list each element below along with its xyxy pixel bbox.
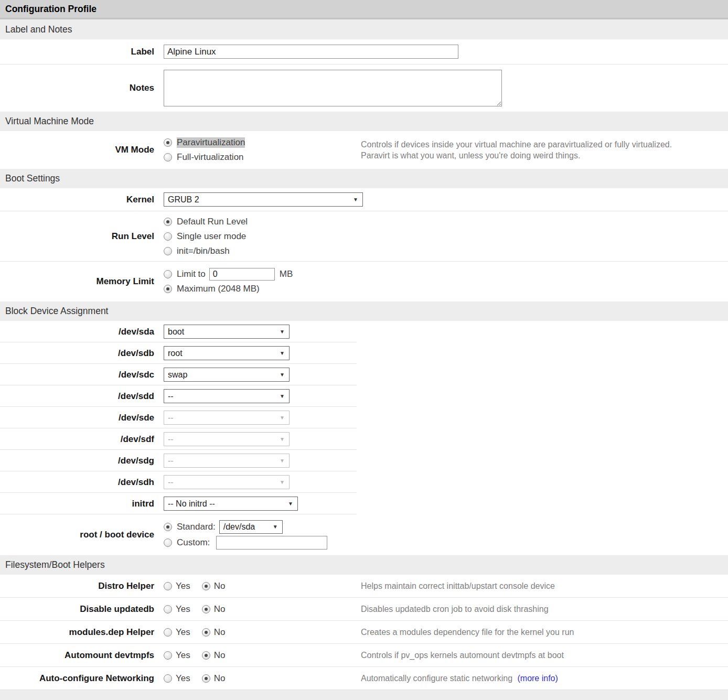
initrd-row: initrd -- No initrd -- ▼ [0,493,728,514]
device-sda-select[interactable]: boot ▼ [164,325,290,339]
memory-limit-input[interactable] [209,268,275,281]
paravirtualization-radio-label[interactable]: Paravirtualization [177,137,245,148]
memory-limit-options: Limit to MB Maximum (2048 MB) [158,267,728,296]
device-sde-label: /dev/sde [0,413,158,423]
full-virtualization-radio[interactable] [164,153,172,161]
device-sdd-select[interactable]: -- ▼ [164,389,290,403]
initrd-select[interactable]: -- No initrd -- ▼ [164,497,298,511]
init-bin-bash-radio-label[interactable]: init=/bin/bash [177,246,230,256]
dropdown-arrow-icon: ▼ [280,480,285,485]
disable-updatedb-options: Yes No [158,604,361,615]
auto-configure-networking-no-radio[interactable] [202,674,210,683]
device-sda-label: /dev/sda [0,327,158,337]
distro-helper-no-radio[interactable] [202,582,210,590]
root-boot-device-label: root / boot device [0,530,158,540]
section-filesystem-boot-helpers: Filesystem/Boot Helpers [0,555,728,575]
limit-to-radio[interactable] [164,270,172,278]
run-level-options: Default Run Level Single user mode init=… [158,214,728,259]
standard-device-radio-label[interactable]: Standard: [177,522,216,532]
distro-helper-help: Helps maintain correct inittab/upstart c… [361,580,728,591]
more-info-link[interactable]: (more info) [517,674,558,683]
device-sdg-select: -- ▼ [164,454,290,468]
distro-helper-no-label[interactable]: No [214,581,226,591]
run-level-option-default[interactable]: Default Run Level [164,214,728,229]
modules-dep-no-radio[interactable] [202,628,210,637]
auto-configure-networking-yes-radio[interactable] [164,674,172,683]
auto-configure-networking-yes-label[interactable]: Yes [176,673,190,684]
root-boot-custom-option[interactable]: Custom: [164,535,728,551]
init-bin-bash-radio[interactable] [164,247,172,255]
disable-updatedb-no-label[interactable]: No [214,604,226,615]
device-row-sdf: /dev/sdf -- ▼ [0,428,728,450]
run-level-option-init-bash[interactable]: init=/bin/bash [164,244,728,259]
device-sde-select: -- ▼ [164,411,290,425]
disable-updatedb-no-radio[interactable] [202,605,210,613]
paravirtualization-radio[interactable] [164,138,172,147]
device-row-sda: /dev/sda boot ▼ [0,321,728,342]
device-sdg-select-value: -- [168,456,174,466]
dropdown-arrow-icon: ▼ [280,437,285,442]
automount-devtmpfs-yes-label[interactable]: Yes [176,650,190,661]
standard-device-radio[interactable] [164,523,172,531]
modules-dep-options: Yes No [158,627,361,638]
device-sdd-cell: -- ▼ [158,389,728,403]
notes-field-cell [158,70,728,106]
custom-device-input[interactable] [216,536,327,550]
automount-devtmpfs-no-radio[interactable] [202,651,210,660]
single-user-mode-radio-label[interactable]: Single user mode [177,231,246,242]
device-sdd-label: /dev/sdd [0,391,158,402]
automount-devtmpfs-no-label[interactable]: No [214,650,226,661]
device-sdc-label: /dev/sdc [0,370,158,380]
root-boot-standard-option[interactable]: Standard: /dev/sda ▼ [164,519,728,535]
custom-device-radio[interactable] [164,539,172,547]
distro-helper-yes-label[interactable]: Yes [176,581,190,591]
auto-configure-networking-options: Yes No [158,673,361,684]
section-block-device-assignment: Block Device Assignment [0,301,728,321]
section-boot-settings-text: Boot Settings [5,173,60,184]
disable-updatedb-yes-label[interactable]: Yes [176,604,190,615]
initrd-label: initrd [0,499,158,509]
auto-configure-networking-label: Auto-configure Networking [0,673,158,684]
disable-updatedb-yes-radio[interactable] [164,605,172,613]
device-sdc-select[interactable]: swap ▼ [164,368,290,382]
modules-dep-no-label[interactable]: No [214,627,226,638]
standard-device-select[interactable]: /dev/sda ▼ [219,520,283,534]
vm-mode-option-full-virtualization[interactable]: Full-virtualization [164,150,361,165]
kernel-label: Kernel [0,195,158,205]
limit-to-radio-label[interactable]: Limit to [177,269,206,279]
maximum-memory-radio-label[interactable]: Maximum (2048 MB) [177,284,260,294]
section-boot-settings: Boot Settings [0,169,728,188]
device-sdb-select[interactable]: root ▼ [164,346,290,360]
helper-row-disable-updatedb: Disable updatedb Yes No Disables updated… [0,598,728,621]
vm-mode-help-line2: Paravirt is what you want, unless you're… [361,150,715,161]
dropdown-arrow-icon: ▼ [280,372,285,378]
label-input[interactable] [164,45,458,59]
vm-mode-option-paravirtualization[interactable]: Paravirtualization [164,135,361,150]
maximum-memory-radio[interactable] [164,285,172,293]
full-virtualization-radio-label[interactable]: Full-virtualization [177,152,244,163]
default-run-level-radio-label[interactable]: Default Run Level [177,217,248,227]
page-title-text: Configuration Profile [5,4,97,15]
single-user-mode-radio[interactable] [164,232,172,241]
memory-limit-option-limit[interactable]: Limit to MB [164,267,728,282]
modules-dep-yes-radio[interactable] [164,628,172,637]
device-row-sdc: /dev/sdc swap ▼ [0,364,728,385]
auto-configure-networking-no-label[interactable]: No [214,673,226,684]
kernel-select[interactable]: GRUB 2 ▼ [164,192,363,207]
run-level-option-single-user[interactable]: Single user mode [164,229,728,244]
default-run-level-radio[interactable] [164,218,172,226]
custom-device-radio-label[interactable]: Custom: [177,537,210,548]
device-sdc-cell: swap ▼ [158,368,728,382]
device-sdf-cell: -- ▼ [158,432,728,446]
vm-mode-help-line1: Controls if devices inside your virtual … [361,139,715,150]
notes-textarea[interactable] [164,70,502,106]
memory-limit-option-maximum[interactable]: Maximum (2048 MB) [164,282,728,296]
memory-limit-row: Memory Limit Limit to MB Maximum (2048 M… [0,262,728,301]
automount-devtmpfs-yes-radio[interactable] [164,651,172,660]
distro-helper-yes-radio[interactable] [164,582,172,590]
dropdown-arrow-icon: ▼ [280,351,285,356]
dropdown-arrow-icon: ▼ [288,501,293,507]
modules-dep-yes-label[interactable]: Yes [176,627,190,638]
device-row-sdd: /dev/sdd -- ▼ [0,385,728,407]
vm-mode-label: VM Mode [0,145,158,155]
